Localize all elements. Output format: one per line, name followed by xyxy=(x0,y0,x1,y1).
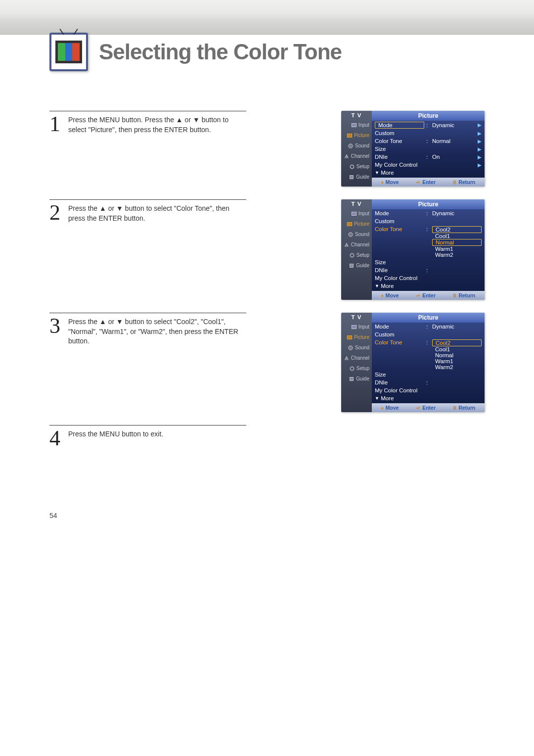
return-icon: Ⅲ xyxy=(453,180,456,185)
sidebar-item-sound[interactable]: Sound xyxy=(341,141,372,151)
menu-label: Size xyxy=(375,372,424,378)
option-warm2[interactable]: Warm2 xyxy=(432,364,482,370)
menu-row-dnie[interactable]: DNIe : xyxy=(372,378,485,386)
menu-row-color-tone[interactable]: Color Tone : Cool2 Cool1 Normal Warm1 Wa… xyxy=(372,338,485,371)
osd-panel-1: T V Input Picture Sound Channel Setup Gu… xyxy=(341,111,485,187)
return-icon: Ⅲ xyxy=(453,405,456,411)
menu-row-custom[interactable]: Custom xyxy=(372,331,485,338)
sidebar-item-guide[interactable]: Guide xyxy=(341,374,372,384)
osd-title: Picture xyxy=(372,313,485,323)
menu-row-mode[interactable]: Mode : Dynamic xyxy=(372,209,485,217)
hint-move: Move xyxy=(386,179,399,185)
setup-icon xyxy=(349,252,356,258)
sidebar-item-guide[interactable]: Guide xyxy=(341,260,372,271)
menu-row-size[interactable]: Size xyxy=(372,371,485,378)
sound-icon xyxy=(347,143,354,149)
menu-label: Custom xyxy=(375,130,424,136)
sidebar-label: Guide xyxy=(356,175,369,180)
osd-sidebar: T V Input Picture Sound Channel Setup Gu… xyxy=(341,313,372,412)
tv-icon-screen xyxy=(55,41,82,63)
sidebar-item-setup[interactable]: Setup xyxy=(341,363,372,374)
sidebar-label: Sound xyxy=(355,143,369,148)
menu-label: Size xyxy=(375,259,424,265)
color-tone-options: Cool2 Cool1 Normal Warm1 Warm2 xyxy=(432,339,482,370)
svg-rect-10 xyxy=(352,325,356,329)
option-normal[interactable]: Normal xyxy=(432,352,482,358)
sidebar-label: Input xyxy=(358,123,369,128)
menu-row-size[interactable]: Size xyxy=(372,258,485,266)
input-icon xyxy=(351,211,357,217)
option-cool1[interactable]: Cool1 xyxy=(432,233,482,239)
menu-row-my-color[interactable]: My Color Control xyxy=(372,274,485,282)
svg-rect-11 xyxy=(347,335,352,339)
sidebar-item-sound[interactable]: Sound xyxy=(341,229,372,239)
svg-rect-4 xyxy=(350,175,354,179)
menu-row-color-tone[interactable]: Color Tone : Normal ▶ xyxy=(372,137,485,145)
sidebar-item-setup[interactable]: Setup xyxy=(341,250,372,260)
menu-label: My Color Control xyxy=(375,275,417,281)
menu-row-mode[interactable]: Mode : Dynamic xyxy=(372,323,485,331)
menu-label: Color Tone xyxy=(375,339,424,345)
sidebar-item-guide[interactable]: Guide xyxy=(341,172,372,182)
sidebar-item-channel[interactable]: Channel xyxy=(341,239,372,250)
move-icon: ♦ xyxy=(381,180,384,185)
step-3: 3 Press the ▲ or ▼ button to select "Coo… xyxy=(49,313,485,412)
menu-row-more[interactable]: ▼ More xyxy=(372,282,485,291)
menu-value: Dynamic xyxy=(432,324,482,330)
menu-row-dnie[interactable]: DNIe : xyxy=(372,266,485,274)
sidebar-item-input[interactable]: Input xyxy=(341,208,372,219)
option-cool2[interactable]: Cool2 xyxy=(432,339,482,346)
menu-row-dnie[interactable]: DNIe : On ▶ xyxy=(372,153,485,161)
sidebar-item-sound[interactable]: Sound xyxy=(341,342,372,353)
option-normal[interactable]: Normal xyxy=(432,239,482,246)
svg-rect-6 xyxy=(347,222,352,226)
svg-point-7 xyxy=(349,232,353,236)
menu-row-more[interactable]: ▼ More xyxy=(372,394,485,403)
sidebar-item-setup[interactable]: Setup xyxy=(341,161,372,172)
option-warm1[interactable]: Warm1 xyxy=(432,246,482,252)
tv-icon xyxy=(49,33,88,71)
sidebar-label: Picture xyxy=(354,133,369,138)
sidebar-label: Sound xyxy=(355,232,369,237)
sidebar-label: Input xyxy=(358,211,369,216)
enter-icon: ↵ xyxy=(416,293,420,298)
hint-enter: Enter xyxy=(422,405,436,411)
menu-row-custom[interactable]: Custom ▶ xyxy=(372,129,485,137)
sidebar-item-channel[interactable]: Channel xyxy=(341,151,372,161)
menu-row-mode[interactable]: Mode : Dynamic ▶ xyxy=(372,121,485,129)
sidebar-label: Setup xyxy=(356,366,369,371)
step-4: 4 Press the MENU button to exit. xyxy=(49,425,485,449)
move-icon: ♦ xyxy=(381,293,384,298)
menu-row-more[interactable]: ▼ More xyxy=(372,169,485,178)
sidebar-item-picture[interactable]: Picture xyxy=(341,332,372,342)
sidebar-label: Sound xyxy=(355,345,369,350)
menu-row-color-tone[interactable]: Color Tone : Cool2 Cool1 Normal Warm1 Wa… xyxy=(372,225,485,258)
picture-icon xyxy=(346,133,353,139)
option-warm2[interactable]: Warm2 xyxy=(432,252,482,258)
menu-row-my-color[interactable]: My Color Control ▶ xyxy=(372,161,485,169)
menu-row-custom[interactable]: Custom xyxy=(372,217,485,225)
right-arrow-icon: ▶ xyxy=(478,139,482,144)
menu-label: Mode xyxy=(375,324,424,330)
sidebar-item-channel[interactable]: Channel xyxy=(341,353,372,363)
sidebar-label: Picture xyxy=(354,335,369,340)
svg-point-3 xyxy=(350,165,354,168)
sidebar-item-input[interactable]: Input xyxy=(341,322,372,332)
option-cool1[interactable]: Cool1 xyxy=(432,346,482,352)
menu-value: Normal xyxy=(432,138,476,144)
content: 1 Press the MENU button. Press the ▲ or … xyxy=(0,71,534,482)
option-cool2[interactable]: Cool2 xyxy=(432,226,482,233)
option-warm1[interactable]: Warm1 xyxy=(432,358,482,364)
menu-label: Mode xyxy=(375,122,424,129)
menu-row-size[interactable]: Size ▶ xyxy=(372,145,485,153)
hint-enter: Enter xyxy=(422,179,436,185)
menu-row-my-color[interactable]: My Color Control xyxy=(372,386,485,394)
hint-return: Return xyxy=(458,292,475,298)
sidebar-item-picture[interactable]: Picture xyxy=(341,219,372,229)
sidebar-item-picture[interactable]: Picture xyxy=(341,130,372,141)
sidebar-item-input[interactable]: Input xyxy=(341,120,372,130)
setup-icon xyxy=(349,366,356,372)
svg-rect-1 xyxy=(347,134,352,137)
step-2: 2 Press the ▲ or ▼ button to select "Col… xyxy=(49,199,485,300)
guide-icon xyxy=(348,263,355,269)
